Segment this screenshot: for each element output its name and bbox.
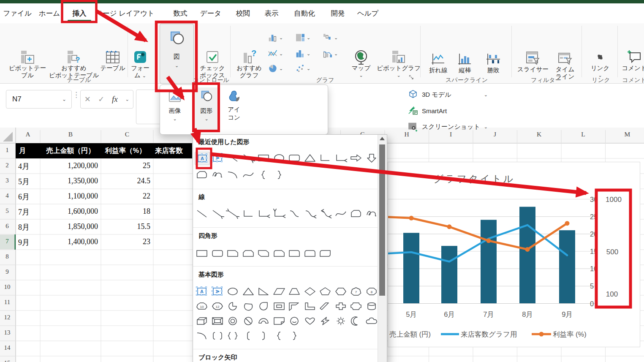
cell-C6[interactable]: 15.5 xyxy=(137,222,151,231)
shape-parallelogram[interactable] xyxy=(272,285,286,298)
separator-dots-icon[interactable]: ⋮ xyxy=(73,93,77,106)
shape-frame[interactable] xyxy=(272,300,286,313)
shape-trapezoid[interactable] xyxy=(287,285,302,298)
shape-bevel[interactable] xyxy=(210,315,225,327)
shape-block-arc[interactable] xyxy=(256,315,271,327)
column-header-L[interactable]: L xyxy=(581,131,585,138)
shape-line[interactable] xyxy=(226,152,240,164)
ribbon-button-mini-column[interactable]: ⌄ xyxy=(268,33,283,43)
ribbon-button-mini-waterfall[interactable]: ⌄ xyxy=(323,33,338,43)
row-header-12[interactable]: 12 xyxy=(0,314,14,321)
bar-8月[interactable] xyxy=(519,207,535,303)
cell-C5[interactable]: 18 xyxy=(143,207,150,216)
shape-plaque[interactable] xyxy=(349,300,363,313)
shape-octagon[interactable]: 8 xyxy=(364,285,379,298)
shape-elbow-connector[interactable] xyxy=(241,207,255,220)
shape-half-frame[interactable] xyxy=(287,300,302,313)
menu-item-smartart[interactable]: SmartArt xyxy=(408,103,492,118)
shape-freeform[interactable] xyxy=(195,169,209,181)
row-header-9[interactable]: 9 xyxy=(0,268,14,275)
bar-6月[interactable] xyxy=(441,246,457,303)
row-header-8[interactable]: 8 xyxy=(0,253,14,260)
cell-B6[interactable]: 1,850,000 xyxy=(68,222,98,231)
shape-left-brace[interactable] xyxy=(256,169,271,181)
column-header-K[interactable]: K xyxy=(537,131,541,138)
shape-right-brace[interactable] xyxy=(287,329,302,342)
shape-curved-double-arrow-connector[interactable] xyxy=(318,207,332,220)
shape-cube[interactable] xyxy=(195,315,209,327)
insert-function-icon[interactable]: fx xyxy=(112,95,118,104)
shape-line-arrow[interactable] xyxy=(210,207,225,220)
bar-9月[interactable] xyxy=(559,230,575,303)
shape-snip-diagonal[interactable] xyxy=(256,247,271,260)
cell-B2[interactable]: 1,200,000 xyxy=(68,161,98,170)
ribbon-button-link[interactable]: リンク⌄ xyxy=(581,49,619,77)
cell-A3[interactable]: 5月 xyxy=(18,177,30,187)
ribbon-button-mini-line[interactable]: ⌄ xyxy=(268,49,283,59)
shape-line[interactable] xyxy=(195,207,209,220)
shape-diamond[interactable] xyxy=(303,285,317,298)
cancel-icon[interactable]: ✕ xyxy=(84,95,91,104)
shape-diagonal-stripe[interactable] xyxy=(318,300,332,313)
shape-oval[interactable] xyxy=(226,285,240,298)
shape-scribble[interactable] xyxy=(364,207,379,220)
menu-item-shapes[interactable]: 図形⌄ xyxy=(194,87,219,131)
shape-vertical-text-box[interactable]: A xyxy=(210,152,225,164)
tab-3[interactable]: ページ レイアウト xyxy=(100,3,150,23)
shape-block-arrow-right[interactable] xyxy=(349,152,363,164)
shape-isosceles-triangle[interactable] xyxy=(241,285,255,298)
cell-A5[interactable]: 7月 xyxy=(18,207,30,217)
ribbon-button-mini-treemap[interactable]: ⌄ xyxy=(295,33,310,43)
shape-hexagon[interactable] xyxy=(334,285,348,298)
ribbon-button-forms[interactable]: フォーム ⌄ xyxy=(121,49,159,79)
shape-heart[interactable] xyxy=(303,315,317,327)
column-header-B[interactable]: B xyxy=(68,131,73,138)
shape-curve[interactable] xyxy=(334,207,348,220)
scroll-up-icon[interactable] xyxy=(380,137,385,140)
shape-line-double-arrow[interactable] xyxy=(226,207,240,220)
embedded-chart[interactable]: グラフタイトル05101520253010005001005月6月7月8月9月売… xyxy=(388,162,640,347)
shape-text-box[interactable]: A xyxy=(195,285,209,298)
marker-profit-rate[interactable] xyxy=(525,247,530,252)
shape-right-bracket[interactable] xyxy=(256,329,271,342)
shape-rounded-rectangle[interactable] xyxy=(287,152,302,164)
shape-can[interactable] xyxy=(364,300,379,313)
row-header-13[interactable]: 13 xyxy=(0,329,14,336)
menu-item-3d-model[interactable]: 3D モデル⌄ xyxy=(408,87,492,102)
bar-5月[interactable] xyxy=(403,233,419,303)
shape-cloud[interactable] xyxy=(364,315,379,327)
name-box[interactable]: N7 ⌄ xyxy=(6,90,72,109)
shape-block-arrow-down[interactable] xyxy=(364,152,379,164)
cell-A4[interactable]: 6月 xyxy=(18,192,30,202)
row-header-6[interactable]: 6 xyxy=(0,223,14,230)
shape-left-bracket[interactable] xyxy=(241,329,255,342)
ribbon-button-mini-scatter[interactable]: ⌄ xyxy=(295,63,310,73)
cell-C2[interactable]: 25 xyxy=(143,161,150,170)
marker-profit-rate[interactable] xyxy=(486,238,491,243)
row-header-1[interactable]: 1 xyxy=(0,147,14,154)
shape-curved-connector[interactable] xyxy=(287,207,302,220)
shape-text-box[interactable]: A xyxy=(195,152,210,165)
cell-A7[interactable]: 9月 xyxy=(18,237,30,248)
shape-round-single-corner[interactable] xyxy=(287,247,302,260)
column-header-M[interactable]: M xyxy=(625,131,630,138)
shape-arc[interactable] xyxy=(195,329,209,342)
shape-freeform[interactable] xyxy=(349,207,363,220)
row-header-10[interactable]: 10 xyxy=(0,283,14,291)
row-header-14[interactable]: 14 xyxy=(0,344,14,351)
shape-rounded-rectangle[interactable] xyxy=(210,247,225,260)
ribbon-button-pivot-chart[interactable]: ピボットグラフ⌄ xyxy=(380,49,418,77)
ribbon-button-timeline[interactable]: タイムライン xyxy=(546,51,584,80)
dialog-launcher-charts[interactable] xyxy=(409,75,415,81)
scrollbar-thumb[interactable] xyxy=(379,144,385,296)
ribbon-button-pivot-table[interactable]: ピボットテーブル xyxy=(8,49,46,79)
marker-profit-rate[interactable] xyxy=(565,221,570,226)
shape-pie[interactable] xyxy=(226,300,240,313)
row-header-11[interactable]: 11 xyxy=(0,299,14,306)
cell-B7[interactable]: 1,400,000 xyxy=(68,237,98,246)
shape-snip-single-corner[interactable] xyxy=(226,247,240,260)
cell-B4[interactable]: 1,100,000 xyxy=(68,192,98,201)
ribbon-button-recommended-pivot[interactable]: ?おすすめピボットテーブル xyxy=(55,49,93,79)
shape-scribble[interactable] xyxy=(210,169,225,181)
header-cell[interactable]: 利益率（%） xyxy=(105,146,146,155)
